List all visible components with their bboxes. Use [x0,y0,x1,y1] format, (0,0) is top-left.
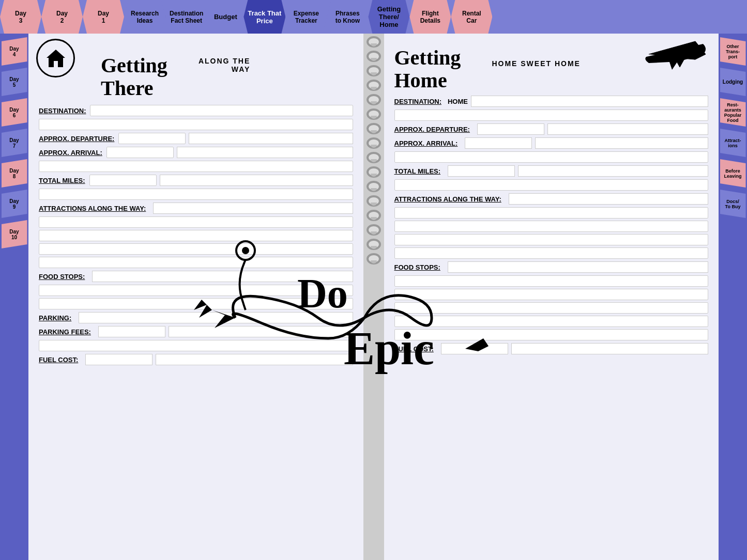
sidebar-day10[interactable]: Day10 [2,220,27,248]
tab-day2[interactable]: Day 2 [41,0,83,34]
departure-input[interactable] [118,133,186,144]
food-stops-label: FOOD STOPS: [39,273,85,281]
rp-food-blank3 [394,302,709,314]
rp-departure-input2[interactable] [547,123,708,135]
tab-rentalcar[interactable]: Rental Car [451,0,492,34]
fuel-cost-input[interactable] [85,354,153,365]
departure-input2[interactable] [189,133,353,144]
rp-arrival-row: APPROX. ARRIVAL: [394,137,709,149]
tab-day3[interactable]: Day 3 [0,0,41,34]
parking-input[interactable] [79,312,353,323]
rp-destination-value: HOME [448,98,468,105]
rp-fuel-input2[interactable] [511,343,708,354]
parking-blank [39,340,353,351]
parking-fees-label: PARKING FEES: [39,328,91,336]
rp-blank3 [394,179,709,191]
parking-fees-input2[interactable] [169,326,353,337]
arrival-input2[interactable] [177,147,353,158]
food-blank1 [39,285,353,296]
sidebar-day6[interactable]: Day6 [2,98,27,127]
departure-row: APPROX. DEPARTURE: [39,133,353,144]
rp-food-input[interactable] [448,261,708,273]
attractions-blank1 [39,216,353,228]
rp-attractions-input[interactable] [509,193,708,205]
rp-destination-input[interactable] [471,96,708,107]
spiral-ring [367,51,381,62]
fuel-cost-input2[interactable] [156,354,353,365]
total-miles-input2[interactable] [160,175,353,186]
sidebar-restaurants[interactable]: Rest-aurantsPopularFood [720,98,746,127]
tab-flightdetails[interactable]: Flight Details [409,0,451,34]
attractions-blank4 [39,257,353,268]
main-layout: Day4 Day5 Day6 Day7 Day8 Day9 Day10 Gett… [0,34,747,560]
food-stops-input[interactable] [92,271,353,282]
sidebar-day8[interactable]: Day8 [2,159,27,188]
departure-label: APPROX. DEPARTURE: [39,135,114,143]
rp-arrival-input2[interactable] [535,137,708,149]
sidebar-day9[interactable]: Day9 [2,190,27,218]
rp-food-blank5 [394,329,709,340]
home-sweet-home-label: HOME SWEET HOME [492,59,581,68]
rp-attr-blank1 [394,207,709,219]
parking-fees-input[interactable] [98,326,165,337]
attractions-blank3 [39,243,353,255]
tab-budget[interactable]: Budget [207,0,243,34]
arrival-input[interactable] [106,147,174,158]
attractions-blank2 [39,230,353,241]
right-side-navigation: OtherTrans-port Lodging Rest-aurantsPopu… [719,34,747,560]
spiral-ring [367,108,381,120]
sidebar-attractions[interactable]: Attract-ions [720,129,746,157]
spiral-ring [367,137,381,149]
parking-label: PARKING: [39,314,71,322]
tab-factsheet[interactable]: Destination Fact Sheet [165,0,207,34]
sidebar-day4[interactable]: Day4 [2,37,27,66]
tab-gettingthere[interactable]: Getting There/ Home [368,0,409,34]
spiral-ring [367,210,381,221]
rp-fuel-row: FUEL COST: [394,343,709,354]
rp-destination-label: DESTINATION: [394,98,441,105]
food-stops-row: FOOD STOPS: [39,271,353,282]
total-miles-input[interactable] [89,175,157,186]
spiral-ring [367,80,381,91]
spiral-ring [367,181,381,192]
rp-miles-input2[interactable] [518,165,708,177]
sidebar-day7[interactable]: Day7 [2,129,27,157]
rp-blank2 [394,151,709,163]
rp-destination-row: DESTINATION: HOME [394,96,709,107]
main-content: GettingThere ALONG THEWAY DESTINATION: A… [28,34,719,560]
fuel-cost-label: FUEL COST: [39,356,78,364]
getting-there-form: DESTINATION: APPROX. DEPARTURE: APPROX. … [39,105,353,365]
getting-home-title: GettingHome [394,46,461,92]
sidebar-docs-to-buy[interactable]: Docs/To Buy [720,190,746,218]
rp-departure-input[interactable] [477,123,544,135]
getting-there-page: GettingThere ALONG THEWAY DESTINATION: A… [28,34,363,560]
rp-food-blank1 [394,275,709,287]
tab-day1[interactable]: Day 1 [83,0,124,34]
attractions-input[interactable] [153,203,353,214]
spiral-ring [367,152,381,163]
sidebar-day5[interactable]: Day5 [2,68,27,96]
getting-home-page: GettingHome HOME SWEET HOME DESTINATION:… [384,34,719,560]
sidebar-other-transport[interactable]: OtherTrans-port [720,37,746,66]
rp-attractions-label: ATTRACTIONS ALONG THE WAY: [394,195,501,203]
row-blank2 [39,189,353,200]
destination-label: DESTINATION: [39,107,86,115]
attractions-label: ATTRACTIONS ALONG THE WAY: [39,205,146,212]
spiral-ring [367,94,381,105]
rp-fuel-label: FUEL COST: [394,345,434,353]
tab-trackprice[interactable]: Track That Price [243,0,285,34]
destination-input[interactable] [90,105,353,116]
sidebar-lodging[interactable]: Lodging [720,68,746,96]
rp-miles-input[interactable] [448,165,515,177]
rp-attractions-row: ATTRACTIONS ALONG THE WAY: [394,193,709,205]
rp-attr-blank4 [394,247,709,259]
rp-arrival-label: APPROX. ARRIVAL: [394,139,458,147]
rp-arrival-input[interactable] [465,137,532,149]
top-navigation: Day 3 Day 2 Day 1 Research Ideas Destina… [0,0,747,34]
tab-research[interactable]: Research Ideas [124,0,165,34]
spiral-ring [367,166,381,178]
sidebar-before-leaving[interactable]: BeforeLeaving [720,159,746,188]
tab-expense[interactable]: Expense Tracker [285,0,327,34]
tab-phrases[interactable]: Phrases to Know [327,0,368,34]
rp-fuel-input[interactable] [441,343,508,354]
